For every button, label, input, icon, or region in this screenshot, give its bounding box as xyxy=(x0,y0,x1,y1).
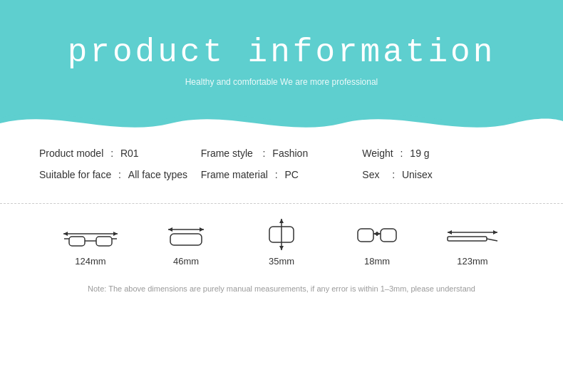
note-text: Note: The above dimensions are purely ma… xyxy=(29,284,534,293)
width-icon xyxy=(62,218,119,250)
svg-rect-4 xyxy=(96,237,112,246)
face-label: Suitable for face xyxy=(39,169,111,180)
model-value: R01 xyxy=(120,148,139,159)
dim-label-total-width: 124mm xyxy=(75,256,105,267)
svg-rect-3 xyxy=(69,237,85,246)
svg-rect-24 xyxy=(448,237,487,241)
wave-decoration xyxy=(0,103,563,132)
dim-label-lens-width: 46mm xyxy=(173,256,199,267)
info-col-face: Suitable for face : All face types xyxy=(39,169,201,180)
svg-rect-16 xyxy=(358,229,373,242)
dim-label-lens-height: 35mm xyxy=(269,256,294,267)
model-colon: : xyxy=(108,148,116,159)
material-value: PC xyxy=(284,169,298,180)
face-colon: : xyxy=(115,169,124,180)
info-col-material: Frame material : PC xyxy=(201,169,363,180)
model-label: Product model xyxy=(39,148,103,159)
frame-style-value: Fashion xyxy=(272,148,308,159)
header-subtitle: Healthy and comfortable We are more prof… xyxy=(185,77,378,87)
note-section: Note: The above dimensions are purely ma… xyxy=(0,284,563,293)
dim-label-bridge: 18mm xyxy=(364,256,390,267)
page-title: product information xyxy=(68,34,496,71)
sex-value: Unisex xyxy=(402,169,433,180)
info-row-1: Product model : R01 Frame style : Fashio… xyxy=(39,148,524,159)
sex-colon: : xyxy=(383,169,397,180)
dim-item-total-width: 124mm xyxy=(62,218,119,267)
svg-line-25 xyxy=(487,239,497,241)
weight-value: 19 g xyxy=(410,148,429,159)
svg-marker-9 xyxy=(168,227,172,232)
svg-marker-20 xyxy=(376,232,381,236)
info-col-weight: Weight : 19 g xyxy=(362,148,524,159)
material-colon: : xyxy=(272,169,281,180)
dim-item-bridge: 18mm xyxy=(348,218,406,267)
bridge-icon xyxy=(348,218,406,250)
info-col-sex: Sex : Unisex xyxy=(362,169,524,180)
svg-rect-17 xyxy=(381,229,396,242)
frame-style-colon: : xyxy=(257,148,269,159)
svg-rect-11 xyxy=(170,234,202,245)
info-col-model: Product model : R01 xyxy=(39,148,201,159)
svg-marker-2 xyxy=(113,232,118,236)
dim-item-temple: 123mm xyxy=(444,218,501,267)
frame-style-label: Frame style xyxy=(201,148,253,159)
dim-item-lens-width: 46mm xyxy=(157,218,215,267)
lens-height-icon xyxy=(253,218,310,250)
svg-marker-13 xyxy=(279,219,284,223)
dimensions-section: 124mm 46mm 35mm xyxy=(0,204,563,281)
svg-marker-10 xyxy=(200,227,204,232)
info-col-frame-style: Frame style : Fashion xyxy=(201,148,363,159)
svg-marker-1 xyxy=(63,232,68,236)
material-label: Frame material xyxy=(201,169,268,180)
weight-label: Weight xyxy=(362,148,393,159)
lens-width-icon xyxy=(157,218,215,250)
sex-label: Sex xyxy=(362,169,379,180)
weight-colon: : xyxy=(398,148,406,159)
svg-marker-22 xyxy=(448,230,452,234)
header-section: product information Healthy and comforta… xyxy=(0,0,563,132)
svg-marker-23 xyxy=(493,230,497,234)
face-value: All face types xyxy=(128,169,187,180)
dim-item-lens-height: 35mm xyxy=(253,218,310,267)
info-section: Product model : R01 Frame style : Fashio… xyxy=(0,132,563,204)
svg-marker-14 xyxy=(279,246,284,250)
info-row-2: Suitable for face : All face types Frame… xyxy=(39,169,524,180)
temple-icon xyxy=(444,218,501,250)
dim-label-temple: 123mm xyxy=(457,256,487,267)
